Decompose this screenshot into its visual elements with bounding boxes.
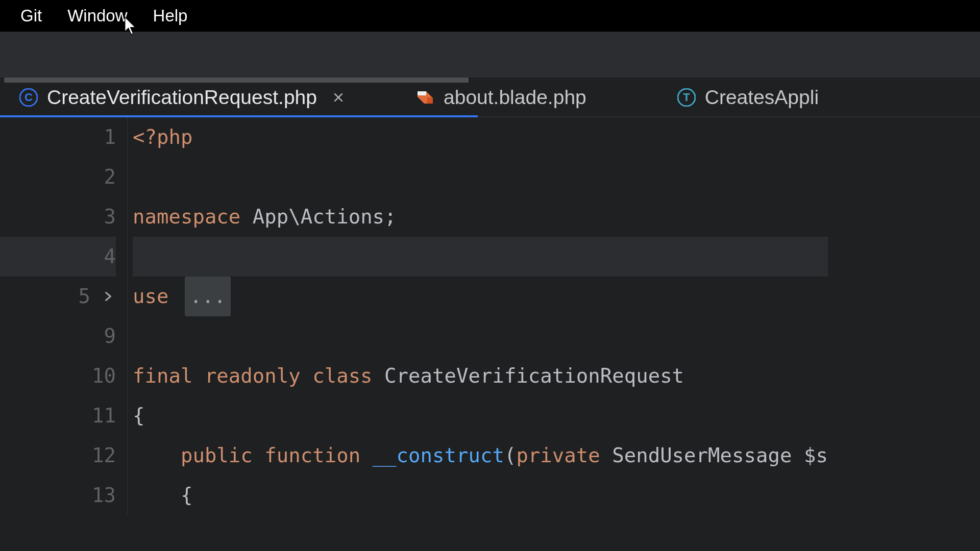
menu-help[interactable]: Help	[153, 6, 188, 26]
editor[interactable]: 12345910111213 <?phpnamespace App\Action…	[0, 117, 980, 515]
gutter-line: 13	[0, 475, 116, 515]
code-line[interactable]	[133, 316, 828, 356]
tab-creates-application[interactable]: T CreatesAppli	[658, 78, 834, 117]
gutter-line: 10	[0, 356, 116, 396]
code-area[interactable]: <?phpnamespace App\Actions;use ...final …	[128, 117, 828, 515]
code-line[interactable]: {	[133, 396, 828, 436]
tab-label: CreateVerificationRequest.php	[47, 86, 317, 109]
menu-window[interactable]: Window	[67, 6, 127, 26]
code-line[interactable]: {	[133, 475, 828, 515]
trait-icon: T	[677, 88, 696, 107]
menu-git[interactable]: Git	[20, 6, 42, 26]
gutter-line: 9	[0, 316, 116, 356]
toolbar	[0, 32, 980, 78]
code-line[interactable]: final readonly class CreateVerificationR…	[133, 356, 828, 396]
tab-create-verification-request[interactable]: C CreateVerificationRequest.php	[0, 78, 361, 117]
gutter-line: 12	[0, 436, 116, 475]
code-line[interactable]: use ...	[133, 277, 828, 316]
svg-text:C: C	[24, 91, 33, 104]
tab-about-blade[interactable]: about.blade.php	[397, 78, 602, 117]
fold-arrow-icon[interactable]	[101, 290, 116, 303]
gutter-line: 4	[0, 237, 116, 277]
blade-icon	[416, 88, 434, 107]
svg-marker-4	[427, 97, 433, 104]
class-icon: C	[19, 88, 38, 107]
code-line[interactable]	[133, 157, 828, 197]
svg-text:T: T	[683, 91, 690, 104]
gutter-line: 2	[0, 157, 116, 197]
code-line[interactable]: namespace App\Actions;	[133, 197, 828, 237]
code-line[interactable]	[133, 237, 828, 277]
close-icon[interactable]	[331, 90, 346, 105]
code-line[interactable]: public function __construct(private Send…	[133, 436, 828, 475]
menubar: Git Window Help	[0, 0, 980, 32]
tab-label: CreatesAppli	[705, 86, 819, 109]
gutter-line: 1	[0, 117, 116, 157]
gutter-line: 5	[0, 277, 116, 316]
gutter: 12345910111213	[0, 117, 128, 515]
tab-label: about.blade.php	[444, 86, 586, 109]
gutter-line: 11	[0, 396, 116, 436]
tab-bar: C CreateVerificationRequest.php about.bl…	[0, 78, 980, 117]
gutter-line: 3	[0, 197, 116, 237]
code-line[interactable]: <?php	[133, 117, 828, 157]
svg-marker-3	[418, 91, 426, 95]
